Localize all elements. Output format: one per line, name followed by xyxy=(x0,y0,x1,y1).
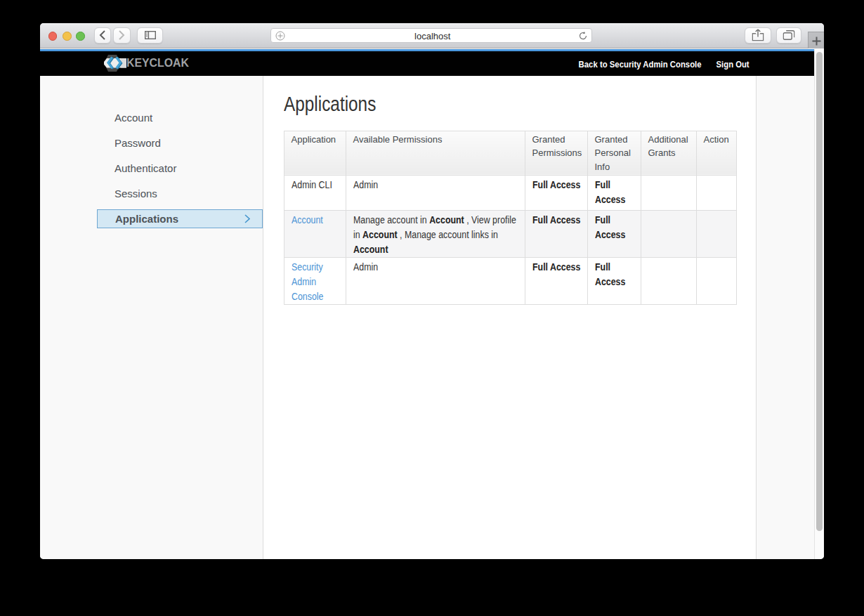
svg-text:Back to Security Admin Console: Back to Security Admin Console xyxy=(579,59,702,70)
svg-text:Sign Out: Sign Out xyxy=(716,59,750,70)
